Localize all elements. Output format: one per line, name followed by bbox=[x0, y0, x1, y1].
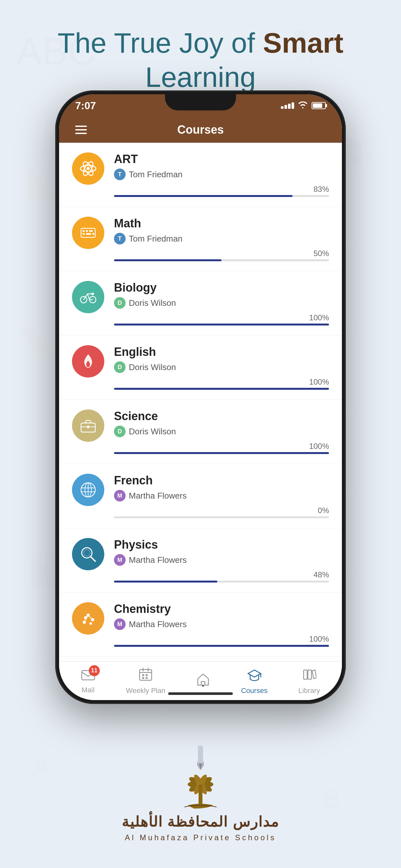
course-teacher-math: T Tom Friedman bbox=[114, 233, 329, 244]
books-icon bbox=[302, 667, 316, 685]
course-name-english: English bbox=[114, 345, 329, 359]
teacher-name-english: Doris Wilson bbox=[129, 362, 176, 372]
course-teacher-biology: D Doris Wilson bbox=[114, 297, 329, 309]
teacher-avatar-physics-martha: M bbox=[114, 554, 126, 566]
course-item-english[interactable]: English D Doris Wilson 100% bbox=[59, 336, 342, 400]
course-icon-english bbox=[72, 345, 104, 377]
progress-container-art: 83% bbox=[114, 186, 329, 197]
svg-rect-23 bbox=[92, 233, 94, 235]
course-teacher-chemistry: M Martha Flowers bbox=[114, 618, 329, 630]
teacher-name-chemistry: Martha Flowers bbox=[129, 619, 187, 629]
progress-track-chemistry bbox=[114, 645, 329, 647]
course-info-biology: Biology D Doris Wilson 100% bbox=[114, 281, 329, 332]
progress-track-math bbox=[114, 259, 329, 261]
school-logo: مدارس المحافظة الأهلية Al Muhafaza Priva… bbox=[122, 746, 279, 842]
course-item-science[interactable]: Science D Doris Wilson 100% bbox=[59, 400, 342, 464]
progress-fill-science bbox=[114, 452, 329, 454]
svg-rect-15 bbox=[83, 230, 85, 232]
status-time: 7:07 bbox=[75, 100, 96, 112]
home-indicator bbox=[168, 692, 233, 695]
progress-track-french bbox=[114, 516, 329, 518]
logo-text-english: Al Muhafaza Private Schools bbox=[125, 833, 276, 842]
progress-fill-english bbox=[114, 388, 329, 390]
pen-icon bbox=[191, 746, 210, 771]
course-name-french: French bbox=[114, 474, 329, 487]
mail-icon: 11 bbox=[81, 668, 95, 684]
course-item-chemistry[interactable]: Chemistry M Martha Flowers 100% bbox=[59, 593, 342, 657]
teacher-name-art: Tom Friedman bbox=[129, 169, 182, 180]
status-bar: 7:07 bbox=[59, 94, 342, 117]
svg-rect-22 bbox=[91, 230, 93, 232]
progress-label-math: 50% bbox=[313, 249, 329, 258]
battery-icon bbox=[312, 102, 326, 109]
progress-track-art bbox=[114, 195, 329, 197]
nav-item-courses[interactable]: Courses bbox=[241, 667, 268, 695]
progress-fill-biology bbox=[114, 323, 329, 326]
svg-point-26 bbox=[91, 292, 94, 295]
course-teacher-art: T Tom Friedman bbox=[114, 168, 329, 180]
nav-item-library[interactable]: Library bbox=[298, 667, 320, 695]
headline-line2: Learning bbox=[145, 61, 256, 93]
progress-container-science: 100% bbox=[114, 443, 329, 454]
teacher-avatar-french: M bbox=[114, 490, 126, 501]
teacher-name-science: Doris Wilson bbox=[129, 427, 176, 437]
page-headline: The True Joy of Smart Learning bbox=[0, 26, 401, 94]
course-info-science: Science D Doris Wilson 100% bbox=[114, 409, 329, 461]
teacher-avatar-english: D bbox=[114, 361, 126, 373]
course-name-science: Science bbox=[114, 409, 329, 423]
course-icon-physics-martha bbox=[72, 538, 104, 570]
wifi-icon bbox=[298, 100, 308, 111]
progress-fill-chemistry bbox=[114, 645, 329, 647]
svg-rect-54 bbox=[142, 677, 144, 679]
course-item-math[interactable]: Math T Tom Friedman 50% bbox=[59, 207, 342, 271]
progress-container-biology: 100% bbox=[114, 314, 329, 326]
teacher-avatar-chemistry: M bbox=[114, 618, 126, 630]
course-name-chemistry: Chemistry bbox=[114, 602, 329, 616]
teacher-name-french: Martha Flowers bbox=[129, 491, 187, 501]
course-name-physics-martha: Physics bbox=[114, 538, 329, 552]
logo-text-arabic: مدارس المحافظة الأهلية bbox=[122, 813, 279, 830]
nav-badge-mail: 11 bbox=[89, 665, 100, 676]
footer-section: مدارس المحافظة الأهلية Al Muhafaza Priva… bbox=[0, 746, 401, 842]
course-icon-art bbox=[72, 152, 104, 185]
nav-label-mail: Mail bbox=[82, 686, 95, 694]
course-item-biology[interactable]: Biology D Doris Wilson 100% bbox=[59, 271, 342, 336]
svg-rect-20 bbox=[86, 233, 91, 235]
progress-fill-physics-martha bbox=[114, 581, 217, 583]
headline-line1: The True Joy of bbox=[58, 27, 263, 59]
course-info-art: ART T Tom Friedman 83% bbox=[114, 152, 329, 204]
course-item-physics-doris[interactable]: Physics D Doris Wilson 100% bbox=[59, 657, 342, 661]
course-icon-math bbox=[72, 217, 104, 249]
course-item-art[interactable]: ART T Tom Friedman 83% bbox=[59, 143, 342, 207]
progress-track-biology bbox=[114, 323, 329, 326]
svg-point-37 bbox=[84, 550, 90, 556]
home-icon bbox=[196, 672, 210, 690]
svg-rect-52 bbox=[142, 674, 144, 676]
course-info-chemistry: Chemistry M Martha Flowers 100% bbox=[114, 602, 329, 653]
nav-label-courses: Courses bbox=[241, 686, 268, 695]
progress-label-science: 100% bbox=[309, 442, 329, 451]
teacher-name-physics-martha: Martha Flowers bbox=[129, 555, 187, 565]
svg-point-13 bbox=[87, 167, 90, 170]
course-item-physics-martha[interactable]: Physics M Martha Flowers 48% bbox=[59, 528, 342, 593]
progress-label-art: 83% bbox=[313, 185, 329, 194]
teacher-name-math: Tom Friedman bbox=[129, 234, 182, 244]
nav-item-home[interactable] bbox=[196, 672, 210, 690]
nav-item-weekly-plan[interactable]: Weekly Plan bbox=[126, 667, 165, 695]
phone-notch bbox=[165, 94, 236, 111]
hamburger-menu[interactable] bbox=[75, 126, 87, 134]
nav-item-mail[interactable]: 11 Mail bbox=[81, 668, 95, 694]
progress-track-english bbox=[114, 388, 329, 390]
progress-label-chemistry: 100% bbox=[309, 634, 329, 644]
progress-container-chemistry: 100% bbox=[114, 636, 329, 647]
signal-icon bbox=[281, 102, 294, 109]
nav-label-library: Library bbox=[298, 686, 320, 695]
svg-rect-58 bbox=[304, 670, 307, 679]
teacher-avatar-art: T bbox=[114, 168, 126, 180]
headline-bold: Smart bbox=[263, 27, 343, 59]
svg-rect-19 bbox=[83, 233, 85, 235]
progress-label-french: 0% bbox=[318, 506, 329, 515]
course-item-french[interactable]: French M Martha Flowers 0% bbox=[59, 464, 342, 528]
teacher-avatar-math: T bbox=[114, 233, 126, 244]
svg-line-36 bbox=[91, 557, 95, 561]
